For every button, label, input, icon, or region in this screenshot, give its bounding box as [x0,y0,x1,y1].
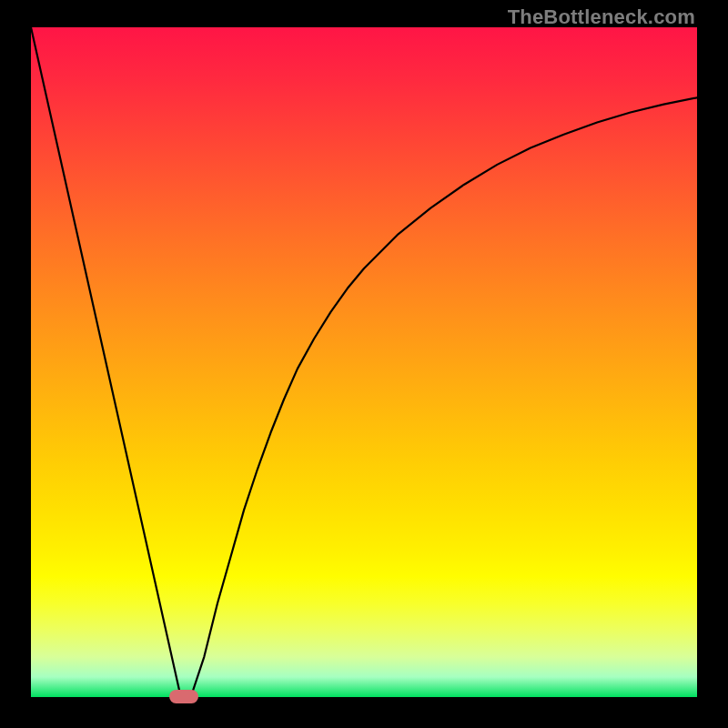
chart-frame: TheBottleneck.com [0,0,728,728]
plot-area [31,27,697,697]
watermark-text: TheBottleneck.com [508,5,695,29]
optimal-point-marker [169,690,198,703]
bottleneck-curve [31,27,697,697]
